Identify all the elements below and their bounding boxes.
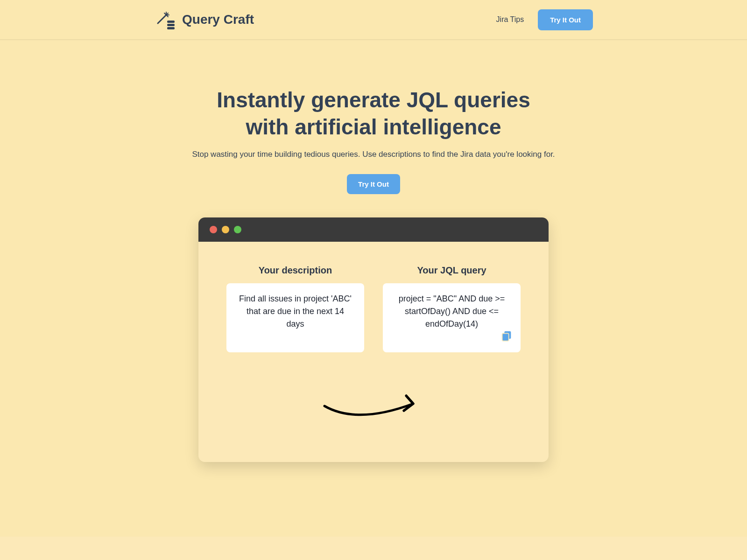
editor-window: Your description Find all issues in proj… <box>198 217 549 462</box>
window-close-icon <box>210 226 217 233</box>
hero-subtitle: Stop wasting your time building tedious … <box>163 150 584 159</box>
logo-text: Query Craft <box>182 12 254 27</box>
arrow-container <box>198 380 549 462</box>
description-label: Your description <box>226 265 364 276</box>
query-panel: Your JQL query project = "ABC" AND due >… <box>383 265 521 352</box>
description-panel: Your description Find all issues in proj… <box>226 265 364 352</box>
window-maximize-icon <box>234 226 241 233</box>
window-content: Your description Find all issues in proj… <box>198 242 549 380</box>
header-cta-button[interactable]: Try It Out <box>538 9 593 30</box>
nav-section: Jira Tips Try It Out <box>496 9 593 30</box>
work-smarter-section: Work Smarter Bid farewell to manual quer… <box>0 537 747 560</box>
hero-cta-button[interactable]: Try It Out <box>347 174 400 194</box>
hero-section: Instantly generate JQL queries with arti… <box>154 40 593 490</box>
wand-database-icon <box>154 8 176 31</box>
svg-rect-10 <box>502 333 509 341</box>
query-label: Your JQL query <box>383 265 521 276</box>
svg-rect-7 <box>167 24 175 26</box>
svg-line-0 <box>158 15 166 23</box>
hero-title: Instantly generate JQL queries with arti… <box>205 87 542 140</box>
svg-rect-6 <box>167 21 175 23</box>
arrow-icon <box>320 392 427 425</box>
description-box: Find all issues in project 'ABC' that ar… <box>226 283 364 352</box>
nav-link-jira-tips[interactable]: Jira Tips <box>496 15 524 24</box>
query-box: project = "ABC" AND due >= startOfDay() … <box>383 283 521 352</box>
copy-icon[interactable] <box>500 329 513 346</box>
svg-rect-8 <box>167 27 175 29</box>
window-minimize-icon <box>222 226 229 233</box>
header: Query Craft Jira Tips Try It Out <box>0 0 747 40</box>
window-titlebar <box>198 217 549 242</box>
logo-section[interactable]: Query Craft <box>154 8 254 31</box>
query-content: project = "ABC" AND due >= startOfDay() … <box>399 294 505 329</box>
